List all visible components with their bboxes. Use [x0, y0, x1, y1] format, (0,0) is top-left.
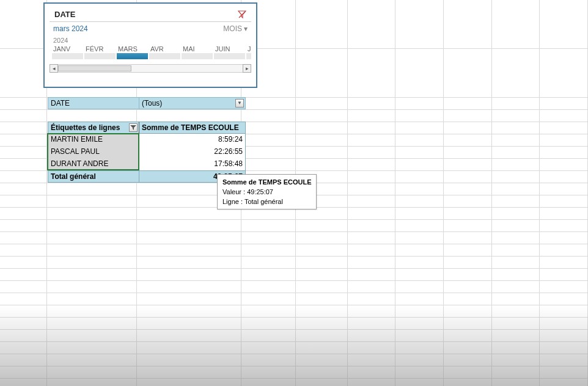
- pivot-row-label[interactable]: PASCAL PAUL: [48, 146, 139, 158]
- filter-dropdown-icon[interactable]: [129, 123, 138, 132]
- pivot-data-row: PASCAL PAUL 22:26:55: [48, 146, 246, 158]
- slicer-selected-period: mars 2024: [53, 24, 88, 33]
- slicer-month-labels: JANV FÉVR MARS AVR MAI JUIN J: [45, 45, 256, 53]
- pivot-filter-value-text: (Tous): [142, 99, 162, 107]
- slicer-bar-mars[interactable]: [117, 53, 149, 59]
- pivot-value-header[interactable]: Somme de TEMPS ECOULE: [139, 122, 246, 134]
- slicer-month-label: JUIN: [214, 45, 246, 53]
- pivot-row-value[interactable]: 22:26:55: [139, 146, 246, 158]
- scrollbar-track[interactable]: [58, 64, 243, 73]
- tooltip-value-line: Valeur : 49:25:07: [222, 187, 311, 197]
- slicer-bar-mai[interactable]: [182, 53, 214, 59]
- pivot-row-labels-header[interactable]: Étiquettes de lignes: [48, 122, 139, 134]
- slicer-month-label: FÉVR: [84, 45, 117, 53]
- scroll-right-button[interactable]: ▸: [243, 64, 251, 73]
- tooltip-title: Somme de TEMPS ECOULE: [222, 177, 311, 187]
- slicer-month-label: AVR: [149, 45, 182, 53]
- slicer-bar-janv[interactable]: [52, 53, 84, 59]
- pivot-table: Étiquettes de lignes Somme de TEMPS ECOU…: [48, 122, 246, 183]
- pivot-value-tooltip: Somme de TEMPS ECOULE Valeur : 49:25:07 …: [217, 174, 317, 209]
- slicer-bar-juin[interactable]: [214, 53, 246, 59]
- slicer-month-label: JANV: [52, 45, 84, 53]
- slicer-title: DATE: [54, 10, 75, 19]
- pivot-filter-value-cell[interactable]: (Tous) ▼: [139, 97, 246, 109]
- tooltip-row-line: Ligne : Total général: [222, 197, 311, 206]
- slicer-scrollbar[interactable]: ◂ ▸: [50, 64, 251, 73]
- pivot-total-label[interactable]: Total général: [48, 170, 139, 183]
- pivot-row-label[interactable]: DURANT ANDRE: [48, 158, 139, 170]
- pivot-row-label[interactable]: MARTIN EMILE: [48, 134, 139, 146]
- pivot-row-value[interactable]: 8:59:24: [139, 134, 246, 146]
- chevron-down-icon: ▾: [244, 24, 248, 33]
- pivot-report-filter: DATE (Tous) ▼: [48, 97, 246, 109]
- slicer-month-label: MAI: [182, 45, 214, 53]
- clear-filter-icon[interactable]: [238, 10, 246, 19]
- scroll-left-button[interactable]: ◂: [50, 64, 58, 73]
- pivot-data-row: DURANT ANDRE 17:58:48: [48, 158, 246, 170]
- slicer-month-label: MARS: [117, 45, 149, 53]
- slicer-bar-fevr[interactable]: [84, 53, 117, 59]
- pivot-data-row: MARTIN EMILE 8:59:24: [48, 134, 246, 146]
- timeline-slicer[interactable]: DATE mars 2024 MOIS ▾ 2024 JANV FÉVR MAR…: [43, 2, 257, 88]
- slicer-bar-avr[interactable]: [149, 53, 182, 59]
- scrollbar-thumb[interactable]: [58, 65, 131, 71]
- slicer-month-label: J: [246, 45, 256, 53]
- pivot-grand-total-row: Total général 49:25:07: [48, 170, 246, 183]
- pivot-row-value[interactable]: 17:58:48: [139, 158, 246, 170]
- dropdown-icon[interactable]: ▼: [235, 99, 244, 107]
- slicer-timeline-bars[interactable]: [45, 53, 256, 59]
- slicer-granularity-dropdown[interactable]: MOIS ▾: [223, 24, 248, 33]
- pivot-filter-field-name: DATE: [48, 97, 139, 109]
- slicer-bar-juil[interactable]: [246, 53, 252, 59]
- slicer-year-label: 2024: [45, 34, 256, 45]
